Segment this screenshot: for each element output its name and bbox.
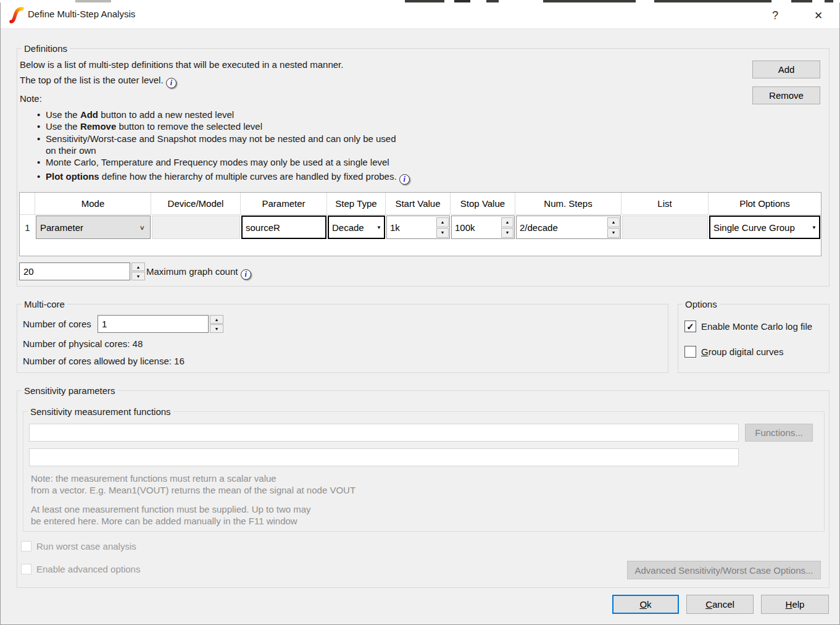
enable-advanced-options-checkbox	[21, 564, 31, 574]
dropdown-arrow-icon: ▼	[376, 225, 381, 230]
mode-combobox[interactable]: Parameter ∨	[36, 216, 151, 239]
sensitivity-parameters-group: Sensitivity parameters Sensitivity measu…	[17, 390, 830, 588]
col-header-num-steps: Num. Steps	[515, 193, 622, 215]
chevron-down-icon: ∨	[139, 224, 145, 230]
num-steps-spinbox[interactable]: 2/decade ▲ ▼	[516, 216, 621, 239]
device-model-cell	[152, 216, 240, 239]
measurement-functions-group: Sensitivity measurement functions Functi…	[23, 411, 825, 532]
stop-value-spinbox[interactable]: 100k ▲ ▼	[451, 216, 515, 239]
col-header-list: List	[622, 193, 709, 215]
number-of-cores-spinbox: ▲ ▼	[98, 315, 223, 333]
info-icon[interactable]: i	[399, 174, 410, 185]
check-icon: ✓	[686, 321, 694, 332]
bullet-sensitivity: •Sensitivity/Worst-case and Snapshot mod…	[37, 133, 469, 157]
multi-core-group: Multi-core Number of cores ▲ ▼ Number of…	[17, 304, 668, 373]
bullet-icon: •	[37, 156, 40, 168]
spin-up-icon[interactable]: ▲	[607, 217, 620, 227]
close-icon[interactable]: ✕	[808, 6, 829, 25]
ok-button[interactable]: Ok	[612, 595, 679, 614]
bullet-icon: •	[37, 170, 40, 182]
spin-up-icon[interactable]: ▲	[210, 315, 223, 324]
remove-button[interactable]: Remove	[752, 86, 820, 104]
col-header-plot-options: Plot Options	[709, 193, 821, 215]
spin-down-icon[interactable]: ▼	[501, 228, 514, 238]
col-header-step-type: Step Type	[327, 193, 386, 215]
options-group: Options ✓ Enable Monte Carlo log file Gr…	[678, 304, 830, 373]
multi-core-group-title: Multi-core	[22, 298, 67, 310]
define-multi-step-analysis-dialog: Define Multi-Step Analysis ? ✕ Definitio…	[0, 0, 840, 625]
table-header-row: Mode Device/Model Parameter Step Type St…	[20, 193, 821, 215]
help-button[interactable]: Help	[761, 595, 829, 614]
max-graph-count-spinbox: ▲ ▼	[19, 262, 145, 280]
col-header-stop-value: Stop Value	[451, 193, 515, 215]
col-header-device-model: Device/Model	[151, 193, 241, 215]
row-number: 1	[20, 215, 35, 240]
spin-down-icon[interactable]: ▼	[436, 228, 449, 238]
number-of-cores-input[interactable]	[98, 315, 209, 333]
multi-step-table: Mode Device/Model Parameter Step Type St…	[19, 192, 821, 256]
spin-up-icon[interactable]: ▲	[501, 217, 514, 227]
app-logo-icon	[9, 6, 25, 24]
measurement-function-2-field	[29, 448, 739, 466]
note-label: Note:	[20, 93, 42, 104]
bullet-monte-carlo: •Monte Carlo, Temperature and Frequency …	[37, 156, 469, 168]
bullet-plot-options: •Plot options define how the hierarchy o…	[37, 170, 469, 185]
dropdown-arrow-icon: ▼	[812, 225, 817, 230]
measurement-functions-title: Sensitivity measurement functions	[28, 406, 173, 417]
number-of-cores-label: Number of cores	[23, 319, 91, 329]
info-icon[interactable]: i	[166, 78, 177, 88]
window-title: Define Multi-Step Analysis	[28, 9, 135, 19]
definitions-group-title: Definitions	[22, 43, 70, 54]
bullet-remove: •Use the Remove button to remove the sel…	[37, 120, 469, 132]
spin-up-icon[interactable]: ▲	[131, 262, 145, 271]
definitions-group: Definitions Below is a list of multi-ste…	[17, 48, 830, 287]
license-cores-text: Number of cores allowed by license: 16	[23, 356, 185, 366]
group-digital-curves-label: Group digital curves	[701, 346, 783, 357]
bullet-icon: •	[37, 120, 40, 132]
options-group-title: Options	[683, 298, 720, 310]
step-type-dropdown[interactable]: Decade ▼	[328, 216, 385, 239]
bullet-add: •Use the Add button to add a new nested …	[37, 109, 469, 120]
enable-advanced-options-label: Enable advanced options	[36, 564, 140, 574]
intro-line1: Below is a list of multi-step definition…	[20, 57, 343, 72]
enable-monte-carlo-checkbox[interactable]: ✓	[684, 321, 696, 332]
title-bar: Define Multi-Step Analysis ? ✕	[1, 2, 839, 29]
intro-text: Below is a list of multi-step definition…	[20, 57, 343, 88]
group-digital-curves-checkbox[interactable]	[684, 346, 696, 358]
enable-monte-carlo-label: Enable Monte Carlo log file	[701, 321, 812, 332]
cancel-button[interactable]: Cancel	[686, 595, 754, 614]
spin-down-icon[interactable]: ▼	[210, 324, 223, 333]
physical-cores-text: Number of physical cores: 48	[23, 338, 143, 349]
start-value-spinbox[interactable]: 1k ▲ ▼	[386, 216, 450, 239]
advanced-sensitivity-button: Advanced Sensitivity/Worst Case Options.…	[627, 561, 821, 579]
col-header-gutter	[20, 193, 35, 215]
max-graph-count-label: Maximum graph count i	[146, 266, 251, 280]
intro-line2: The top of the list is the outer level. …	[20, 72, 343, 88]
spin-down-icon[interactable]: ▼	[131, 272, 145, 280]
parameter-input[interactable]: sourceR	[241, 216, 326, 239]
spin-down-icon[interactable]: ▼	[607, 228, 620, 238]
notes-bullet-list: •Use the Add button to add a new nested …	[37, 109, 469, 185]
bullet-icon: •	[37, 109, 40, 120]
measurement-function-1-field	[29, 424, 739, 442]
info-icon[interactable]: i	[241, 269, 251, 280]
run-worst-case-label: Run worst case analysis	[36, 541, 136, 552]
sensitivity-parameters-title: Sensitivity parameters	[22, 385, 118, 396]
col-header-start-value: Start Value	[386, 193, 451, 215]
list-cell	[622, 216, 708, 239]
help-icon[interactable]: ?	[765, 6, 786, 25]
col-header-mode: Mode	[35, 193, 151, 215]
max-graph-count-input[interactable]	[19, 262, 130, 280]
run-worst-case-checkbox	[21, 541, 31, 552]
plot-options-dropdown[interactable]: Single Curve Group ▼	[709, 216, 820, 239]
functions-button: Functions...	[745, 424, 813, 442]
measurement-note-1: Note: the measurement functions must ret…	[31, 472, 356, 496]
measurement-note-2: At least one measurement function must b…	[31, 503, 311, 527]
add-button[interactable]: Add	[752, 61, 820, 78]
bullet-icon: •	[37, 133, 40, 145]
spin-up-icon[interactable]: ▲	[436, 217, 449, 227]
table-row: 1 Parameter ∨ sourceR D	[20, 215, 821, 240]
col-header-parameter: Parameter	[241, 193, 327, 215]
